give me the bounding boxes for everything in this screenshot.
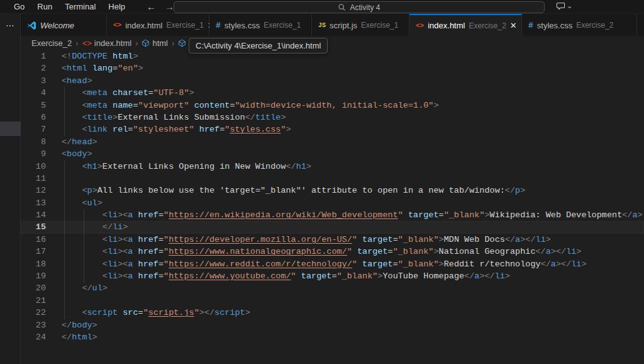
- tab-index-html-exercise-1[interactable]: <>index.htmlExercise_1✕: [107, 14, 209, 36]
- code-line-13[interactable]: 13 <ul>: [21, 197, 644, 209]
- line-number[interactable]: 10: [21, 161, 46, 173]
- line-number[interactable]: 24: [21, 331, 46, 343]
- line-number[interactable]: 5: [21, 100, 46, 111]
- line-number[interactable]: 21: [21, 295, 46, 307]
- forward-arrow-icon[interactable]: →: [165, 2, 174, 11]
- tab-bar: Welcome<>index.htmlExercise_1✕#styles.cs…: [21, 14, 644, 36]
- copilot-chat-button[interactable]: ⌄: [556, 1, 572, 11]
- tab-script-js-exercise-1[interactable]: JSscript.jsExercise_1: [312, 14, 409, 36]
- tab-label: index.html: [125, 21, 162, 30]
- line-number[interactable]: 13: [21, 197, 46, 209]
- breadcrumb-item-exercise-2[interactable]: Exercise_2: [31, 38, 72, 48]
- tab-index-html-exercise-2[interactable]: <>index.htmlExercise_2✕: [409, 14, 522, 36]
- tab-welcome[interactable]: Welcome: [21, 14, 107, 36]
- code-text: <li><a href="https://www.nationalgeograp…: [62, 246, 581, 258]
- code-line-9[interactable]: 9<body>: [21, 148, 644, 160]
- line-number[interactable]: 15: [21, 221, 46, 233]
- code-line-16[interactable]: 16 <li><a href="https://developer.mozill…: [21, 234, 644, 246]
- chevron-down-icon: ⌄: [567, 2, 572, 10]
- breadcrumb: Exercise_2›<>index.html›html›: [21, 36, 644, 50]
- code-line-15[interactable]: 15 </li>: [21, 221, 644, 233]
- code-text: <li><a href="https://developer.mozilla.o…: [62, 234, 551, 246]
- activity-bar-indicator[interactable]: [0, 122, 21, 136]
- line-number[interactable]: 9: [21, 148, 46, 160]
- line-number[interactable]: 3: [21, 75, 46, 87]
- code-line-19[interactable]: 19 <li><a href="https://www.youtube.com/…: [21, 270, 644, 282]
- breadcrumb-separator-icon: ›: [135, 38, 138, 48]
- line-number[interactable]: 16: [21, 234, 46, 246]
- line-number[interactable]: 19: [21, 270, 46, 282]
- code-line-4[interactable]: 4 <meta charset="UTF-8">: [21, 87, 644, 99]
- line-number[interactable]: 18: [21, 258, 46, 270]
- line-number[interactable]: 20: [21, 282, 46, 294]
- code-line-23[interactable]: 23</body>: [21, 319, 644, 331]
- line-number[interactable]: 2: [21, 62, 46, 74]
- code-line-3[interactable]: 3<head>: [21, 75, 644, 87]
- tab-label: styles.css: [225, 21, 260, 30]
- tab-styles-css-exercise-2[interactable]: #styles.cssExercise_2: [522, 14, 637, 36]
- editor-group: Welcome<>index.htmlExercise_1✕#styles.cs…: [21, 14, 644, 364]
- code-line-5[interactable]: 5 <meta name="viewport" content="width=d…: [21, 100, 644, 111]
- code-text: <head>: [62, 75, 92, 87]
- code-line-14[interactable]: 14 <li><a href="https://en.wikipedia.org…: [21, 209, 644, 221]
- code-text: <meta name="viewport" content="width=dev…: [62, 100, 439, 111]
- search-icon: [338, 3, 346, 11]
- tab-label: styles.css: [537, 21, 572, 30]
- back-arrow-icon[interactable]: ←: [147, 2, 156, 11]
- tab-styles-css-exercise-1[interactable]: #styles.cssExercise_1: [209, 14, 312, 36]
- line-number[interactable]: 22: [21, 307, 46, 319]
- code-line-21[interactable]: 21: [21, 295, 644, 307]
- html-file-icon: <>: [416, 22, 424, 30]
- line-number[interactable]: 12: [21, 185, 46, 196]
- code-line-10[interactable]: 10 <h1>External Links Opening in New Win…: [21, 161, 644, 173]
- line-number[interactable]: 17: [21, 246, 46, 258]
- code-line-6[interactable]: 6 <title>External Links Submission</titl…: [21, 111, 644, 123]
- code-line-18[interactable]: 18 <li><a href="https://www.reddit.com/r…: [21, 258, 644, 270]
- code-line-24[interactable]: 24</html>: [21, 331, 644, 343]
- breadcrumb-item-index-html[interactable]: <>index.html: [82, 38, 131, 48]
- menubar: GoRunTerminalHelp: [0, 2, 131, 11]
- code-text: <script src="script.js"></script>: [62, 307, 250, 319]
- html-file-icon: <>: [82, 38, 92, 48]
- breadcrumb-path-tooltip: C:\Activity 4\Exercise_1\index.html: [189, 38, 328, 54]
- code-text: <title>External Links Submission</title>: [62, 111, 286, 123]
- code-line-2[interactable]: 2<html lang="en">: [21, 62, 644, 74]
- menu-item-run[interactable]: Run: [31, 2, 58, 11]
- breadcrumb-item-html[interactable]: html: [142, 38, 168, 48]
- symbol-cube-icon: [142, 39, 150, 47]
- code-line-7[interactable]: 7 <link rel="stylesheet" href="styles.cs…: [21, 123, 644, 135]
- breadcrumb-separator-icon: ›: [172, 38, 174, 48]
- code-editor[interactable]: 1<!DOCTYPE html>2<html lang="en">3<head>…: [21, 50, 644, 364]
- menu-item-help[interactable]: Help: [102, 2, 131, 11]
- tab-suffix: Exercise_2: [576, 21, 613, 30]
- css-file-icon: #: [528, 21, 533, 30]
- line-number[interactable]: 14: [21, 209, 46, 221]
- line-number[interactable]: 23: [21, 319, 46, 331]
- code-line-20[interactable]: 20 </ul>: [21, 282, 644, 294]
- line-number[interactable]: 6: [21, 111, 46, 123]
- breadcrumb-item[interactable]: [178, 39, 186, 47]
- line-number[interactable]: 1: [21, 50, 46, 62]
- code-text: <!DOCTYPE html>: [62, 50, 138, 62]
- command-center-search[interactable]: Activity 4: [174, 1, 545, 13]
- code-line-1[interactable]: 1<!DOCTYPE html>: [21, 50, 644, 62]
- html-file-icon: <>: [113, 21, 121, 29]
- code-text: <meta charset="UTF-8">: [62, 87, 194, 99]
- line-number[interactable]: 4: [21, 87, 46, 99]
- line-number[interactable]: 8: [21, 136, 46, 148]
- code-line-22[interactable]: 22 <script src="script.js"></script>: [21, 307, 644, 319]
- line-number[interactable]: 7: [21, 123, 46, 135]
- code-text: <html lang="en">: [62, 62, 143, 74]
- menu-item-go[interactable]: Go: [8, 2, 31, 11]
- titlebar: GoRunTerminalHelp ← → Activity 4 ⌄: [0, 0, 644, 14]
- close-icon[interactable]: ✕: [510, 21, 517, 30]
- code-line-17[interactable]: 17 <li><a href="https://www.nationalgeog…: [21, 246, 644, 258]
- code-line-12[interactable]: 12 <p>All links below use the 'target="_…: [21, 185, 644, 196]
- overflow-menu-icon[interactable]: ⋯: [0, 20, 21, 30]
- tab-suffix: Exercise_1: [264, 21, 301, 30]
- code-line-8[interactable]: 8</head>: [21, 136, 644, 148]
- menu-item-terminal[interactable]: Terminal: [58, 2, 102, 11]
- vscode-logo-icon: [27, 21, 36, 30]
- line-number[interactable]: 11: [21, 173, 46, 185]
- code-line-11[interactable]: 11: [21, 173, 644, 185]
